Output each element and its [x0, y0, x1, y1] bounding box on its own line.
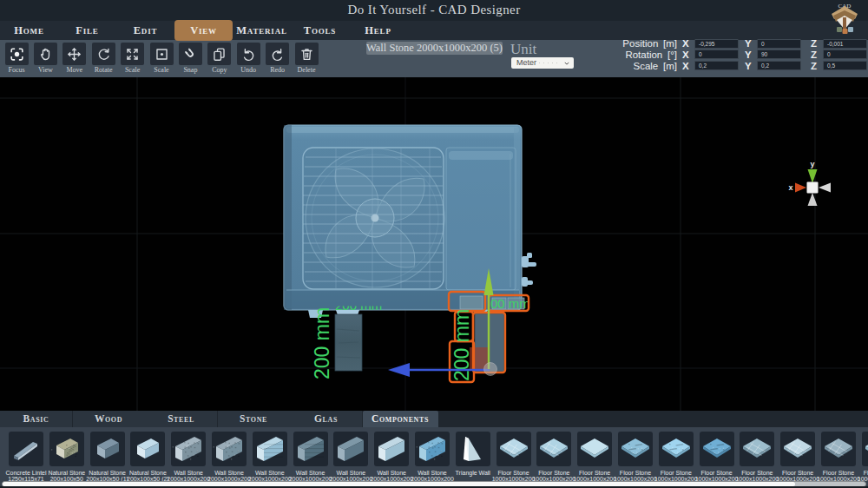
- rotation-y-field[interactable]: 90: [757, 49, 801, 59]
- palette-item[interactable]: Wall Stone2000x1000x200: [293, 431, 333, 483]
- axis-label-x: X: [682, 61, 689, 71]
- palette-item-thumbnail: [862, 432, 868, 466]
- palette-item-thumbnail: [333, 432, 368, 466]
- menu-item-home[interactable]: Home: [0, 21, 58, 40]
- title-bar: Do It Yourself - CAD Designer: [0, 0, 868, 21]
- position-x-field[interactable]: -0,295: [694, 39, 739, 49]
- rotation-z-field[interactable]: 0: [823, 49, 867, 59]
- palette-item[interactable]: Floor Stone1000x1000x200: [536, 431, 576, 483]
- palette-item-thumbnail: [456, 432, 490, 466]
- position-z-field[interactable]: -0,001: [823, 39, 867, 49]
- palette-item-thumbnail: [780, 432, 815, 466]
- axis-x-cone[interactable]: [795, 183, 806, 193]
- palette-item[interactable]: Wall Stone2000x1000x200: [252, 431, 293, 483]
- menu-item-edit[interactable]: Edit: [116, 21, 174, 40]
- scale-z-field[interactable]: 0,5: [823, 61, 867, 70]
- palette-item[interactable]: Floor Stone1000x1000x200: [699, 431, 740, 483]
- dimension-fragment-right: 00 mm: [490, 296, 530, 311]
- axis-label-z: Z: [811, 38, 817, 49]
- transform-row-rotation: Rotation [°]X0Y90Z0: [0, 49, 868, 61]
- palette-item[interactable]: Concrete Lintel1250x115x71: [8, 431, 49, 483]
- palette-item[interactable]: Floor Stone1000x1000x200: [779, 431, 820, 483]
- tab-stone[interactable]: Stone: [218, 411, 290, 427]
- palette-item-thumbnail: [49, 432, 84, 466]
- axis-label-x: X: [682, 38, 689, 49]
- palette-item-thumbnail: [821, 432, 856, 466]
- fan-grille: [303, 148, 444, 289]
- axis-label-y: Y: [745, 49, 752, 60]
- axis-label-z: Z: [811, 61, 817, 71]
- palette-item-thumbnail: [130, 432, 165, 466]
- palette-item[interactable]: Natural Stone200x100x50: [49, 431, 89, 483]
- palette-item-thumbnail: [740, 432, 774, 466]
- palette-item-thumbnail: [171, 432, 206, 466]
- tab-glas[interactable]: Glas: [290, 411, 362, 427]
- window-title: Do It Yourself - CAD Designer: [0, 3, 868, 17]
- axis-down-cone[interactable]: [808, 193, 818, 206]
- palette-item[interactable]: Floor Stone1000x1000x200: [861, 431, 868, 483]
- axis-gizmo[interactable]: y x: [788, 160, 831, 206]
- pipe-fittings: [522, 253, 536, 287]
- palette-item-thumbnail: [659, 432, 694, 466]
- dimension-label-left: 200 mm: [311, 307, 333, 379]
- support-pillar-left[interactable]: [335, 314, 362, 371]
- palette-item[interactable]: Natural Stone200x100x50 (1): [89, 431, 130, 483]
- palette-item[interactable]: Floor Stone1000x1000x200: [496, 431, 536, 483]
- tab-wood[interactable]: Wood: [73, 411, 145, 427]
- tab-steel[interactable]: Steel: [145, 411, 217, 427]
- scale-y-field[interactable]: 0,2: [757, 61, 801, 70]
- palette-items: Concrete Lintel1250x115x71 Natural Stone…: [8, 431, 868, 483]
- menu-item-help[interactable]: Help: [349, 21, 407, 40]
- axis-label-y: Y: [745, 38, 752, 49]
- axis-center-cube[interactable]: [807, 182, 819, 194]
- axis-y-cone[interactable]: [808, 169, 818, 183]
- axis-label-y: Y: [745, 61, 752, 71]
- menu-bar: HomeFileEditViewMaterialToolsHelp: [0, 21, 868, 40]
- palette-item[interactable]: Floor Stone1000x1000x200: [658, 431, 699, 483]
- palette-item-thumbnail: [496, 432, 531, 466]
- palette-item-thumbnail: [374, 432, 409, 466]
- palette-item[interactable]: Triangle Wall: [455, 431, 496, 483]
- palette-item[interactable]: Floor Stone1000x1000x200: [739, 431, 779, 483]
- component-palette: Concrete Lintel1250x115x71 Natural Stone…: [0, 427, 868, 488]
- palette-item-thumbnail: [90, 432, 125, 466]
- palette-item-thumbnail: [577, 432, 612, 466]
- palette-item-thumbnail: [293, 432, 328, 466]
- category-tab-bar: BasicWoodSteelStoneGlasComponents: [0, 411, 868, 427]
- menu-item-view[interactable]: View: [174, 20, 233, 41]
- axis-right-cone[interactable]: [819, 183, 831, 193]
- ac-unit-model[interactable]: [284, 125, 536, 318]
- palette-item[interactable]: Wall Stone2000x1000x200: [211, 431, 252, 483]
- menu-item-file[interactable]: File: [58, 21, 116, 40]
- palette-item-thumbnail: [212, 432, 247, 466]
- menu-item-material[interactable]: Material: [233, 21, 291, 40]
- axis-x-label: x: [788, 183, 792, 192]
- palette-item[interactable]: Wall Stone2000x1000x200: [332, 431, 373, 483]
- gizmo-x-arrow[interactable]: [388, 363, 410, 377]
- rotation-x-field[interactable]: 0: [694, 49, 739, 59]
- tab-components[interactable]: Components: [363, 411, 438, 427]
- palette-item-name: Floor Stone: [856, 470, 868, 476]
- gizmo-origin-handle[interactable]: [484, 363, 497, 376]
- transform-row-label: Scale [m]: [573, 61, 677, 71]
- cad-designer-app: Do It Yourself - CAD Designer CAD HomeFi…: [0, 0, 868, 488]
- palette-item[interactable]: Floor Stone1000x1000x200: [820, 431, 861, 483]
- transform-row-position: Position [m]X-0,295Y0Z-0,001: [0, 38, 868, 49]
- palette-item[interactable]: Wall Stone2000x1000x200: [414, 431, 455, 483]
- app-logo-icon: CAD: [830, 1, 859, 36]
- palette-item-thumbnail: [536, 432, 571, 466]
- transform-panel: Position [m]X-0,295Y0Z-0,001Rotation [°]…: [625, 38, 868, 76]
- transform-row-scale: Scale [m]X0,2Y0,2Z0,5: [0, 61, 868, 72]
- menu-item-tools[interactable]: Tools: [291, 21, 349, 40]
- viewport-3d[interactable]: 200 mm 00 mm: [0, 77, 868, 411]
- palette-item[interactable]: Natural Stone200x100x50 (2): [129, 431, 170, 483]
- palette-item[interactable]: Wall Stone2000x1000x200: [373, 431, 414, 483]
- scale-x-field[interactable]: 0,2: [694, 61, 739, 70]
- tab-basic[interactable]: Basic: [0, 411, 72, 427]
- palette-item[interactable]: Floor Stone1000x1000x200: [617, 431, 658, 483]
- palette-item[interactable]: Floor Stone1000x1000x200: [576, 431, 617, 483]
- position-y-field[interactable]: 0: [757, 39, 801, 49]
- palette-item-thumbnail: [618, 432, 653, 466]
- palette-item[interactable]: Wall Stone2000x1000x200: [170, 431, 211, 483]
- palette-item-thumbnail: [415, 432, 450, 466]
